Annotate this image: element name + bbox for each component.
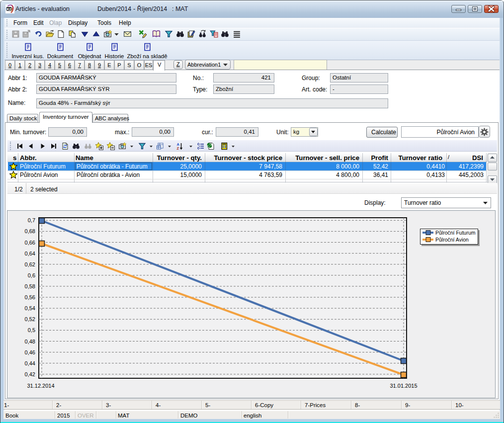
svg-text:0,5: 0,5 bbox=[28, 327, 35, 333]
svg-text:0,46: 0,46 bbox=[25, 349, 35, 355]
svg-text:Půlroční Avion: Půlroční Avion bbox=[435, 237, 469, 243]
svg-text:0,44: 0,44 bbox=[25, 360, 35, 366]
svg-text:0,62: 0,62 bbox=[25, 261, 35, 267]
svg-text:0,54: 0,54 bbox=[25, 305, 35, 311]
svg-text:0,52: 0,52 bbox=[25, 316, 35, 322]
svg-text:31.01.2015: 31.01.2015 bbox=[390, 383, 417, 389]
svg-text:0,56: 0,56 bbox=[25, 294, 35, 300]
svg-text:0,7: 0,7 bbox=[28, 217, 35, 223]
svg-text:Půlroční Futurum: Půlroční Futurum bbox=[435, 230, 476, 236]
svg-text:31.12.2014: 31.12.2014 bbox=[27, 383, 54, 389]
svg-text:0,66: 0,66 bbox=[25, 240, 35, 246]
svg-text:Z: Z bbox=[177, 146, 179, 150]
svg-text:0,64: 0,64 bbox=[25, 251, 35, 256]
svg-text:K2: K2 bbox=[6, 7, 11, 11]
svg-text:0,68: 0,68 bbox=[25, 228, 35, 234]
svg-text:0,42: 0,42 bbox=[25, 371, 35, 377]
svg-text:0,48: 0,48 bbox=[25, 338, 35, 344]
svg-text:0,6: 0,6 bbox=[28, 272, 35, 278]
svg-text:0,58: 0,58 bbox=[25, 283, 35, 289]
